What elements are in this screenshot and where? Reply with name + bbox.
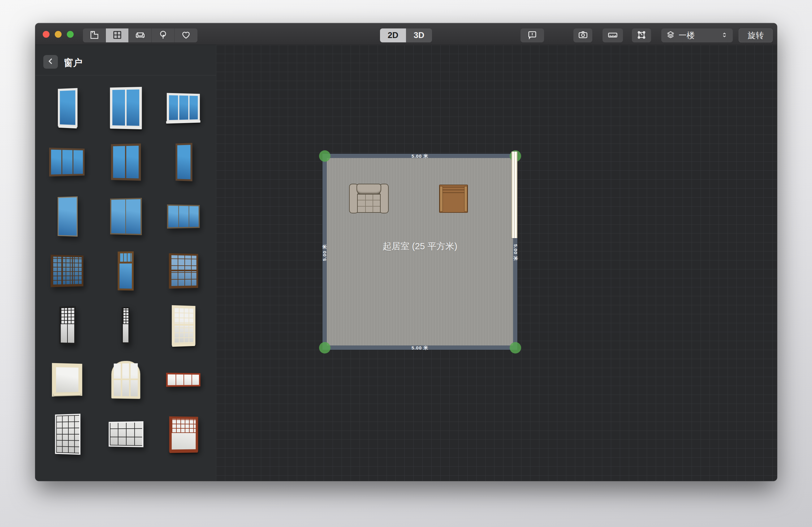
window-glass (112, 89, 139, 126)
floor-selector-value: 一楼 (679, 30, 717, 41)
sidebar-header: 窗户 (35, 45, 216, 75)
window-thumbnail-white-double-casement[interactable] (97, 80, 155, 135)
window-thumbnail-triple-slider[interactable] (155, 189, 213, 244)
window-glass (174, 307, 193, 343)
glass-pane (112, 90, 125, 125)
tree-icon (158, 29, 169, 42)
layers-icon (666, 30, 676, 41)
window-sill (110, 126, 142, 129)
glass-pane (113, 146, 125, 178)
muntin-overlay (172, 419, 196, 433)
window-3d-preview (169, 416, 198, 452)
muntin-overlay (171, 255, 197, 287)
window-glass (110, 422, 142, 446)
window-glass (172, 419, 196, 450)
window-glass (177, 145, 191, 179)
corner-handle-top-left[interactable] (319, 150, 331, 162)
window-thumbnail-walnut-single-casement[interactable] (155, 135, 213, 189)
window-thumbnail-double-slider[interactable] (97, 189, 155, 244)
window-thumbnail-white-single-casement[interactable] (38, 80, 97, 135)
view-3d-button[interactable]: 3D (406, 28, 432, 42)
muntin-overlay (110, 422, 142, 446)
window-thumbnail-fixed-picture-pane[interactable] (38, 189, 97, 244)
muntin-overlay (119, 253, 132, 289)
zoom-button[interactable] (67, 31, 74, 38)
camera-icon (577, 29, 589, 42)
window-3d-preview (49, 148, 85, 176)
window-thumbnail-walnut-double-casement[interactable] (97, 135, 155, 189)
plan-canvas[interactable]: 5.00 米 5.00 米 5.00 米 5.00 米 起居室 (25 平方米) (216, 45, 777, 481)
glass-pane (126, 146, 139, 178)
brown-chair-furniture[interactable] (439, 185, 468, 213)
muntin-overlay (123, 308, 128, 324)
transform-icon (636, 29, 647, 42)
placed-wall-window[interactable] (511, 152, 518, 238)
chevron-left-icon (46, 57, 55, 67)
window-thumbnail-red-clerestory-quad[interactable] (155, 352, 213, 407)
window-thumbnail-walnut-transom[interactable] (97, 244, 155, 298)
corner-handle-bottom-right[interactable] (510, 342, 521, 353)
close-button[interactable] (43, 31, 49, 38)
window-3d-preview (58, 196, 78, 237)
glass-pane (179, 206, 188, 227)
window-3d-preview (110, 198, 142, 235)
window-sill (172, 344, 195, 347)
window-3d-preview (121, 307, 130, 344)
window-thumbnail-white-grid-wide[interactable] (97, 407, 155, 462)
sofa-icon (135, 29, 146, 42)
window-thumbnail-cream-arched-grid[interactable] (97, 352, 155, 407)
glass-pane (192, 375, 199, 385)
window-3d-preview (167, 205, 200, 228)
floor-selector[interactable]: 一楼 (661, 28, 733, 42)
view-toggle: 2D 3D (380, 28, 432, 42)
chair-arm-right (464, 186, 467, 212)
notes-button[interactable] (521, 28, 544, 42)
glass-pane (189, 206, 198, 227)
window-glass (56, 415, 79, 453)
window-thumbnail-cream-picture-window[interactable] (38, 352, 97, 407)
window-thumbnail-black-craftsman-double[interactable] (38, 298, 97, 352)
rotate-button[interactable]: 旋转 (739, 28, 773, 42)
minimize-button[interactable] (55, 31, 61, 38)
window-glass (123, 308, 128, 342)
tab-floor-plan[interactable] (83, 28, 106, 42)
glass-pane (60, 90, 75, 125)
window-glass (113, 146, 139, 178)
dimension-label-left: 5.00 米 (322, 229, 328, 276)
heart-icon (180, 29, 191, 42)
back-button[interactable] (43, 55, 58, 69)
tab-furniture[interactable] (129, 28, 151, 42)
tab-favorites[interactable] (175, 28, 198, 42)
window-thumbnail-walnut-double-hung[interactable] (155, 244, 213, 298)
window-thumbnail-walnut-grid-triple[interactable] (38, 244, 97, 298)
window-thumbnail-red-leaded-window[interactable] (155, 407, 213, 462)
corner-handle-bottom-left[interactable] (319, 342, 331, 353)
window-glass (169, 95, 198, 120)
window-glass (56, 367, 78, 392)
ruler-icon (607, 29, 618, 42)
window-glass (119, 253, 132, 289)
window-glass (112, 199, 141, 234)
window-glass (51, 150, 83, 175)
window-thumbnail-white-grid-tall[interactable] (38, 407, 97, 462)
snapshot-button[interactable] (574, 28, 592, 42)
measure-button[interactable] (603, 28, 623, 42)
transform-button[interactable] (632, 28, 651, 42)
muntin-overlay (56, 415, 79, 453)
window-glass (60, 90, 75, 125)
view-2d-button[interactable]: 2D (380, 28, 406, 42)
glass-pane (168, 206, 178, 227)
window-sill (54, 393, 80, 396)
tab-outdoor[interactable] (151, 28, 175, 42)
armchair-furniture[interactable] (349, 184, 389, 213)
window-glass (58, 197, 77, 236)
window-3d-preview (110, 87, 142, 129)
floor-plan-icon (89, 29, 100, 42)
window-thumbnail-white-triple-casement[interactable] (155, 80, 213, 135)
window-thumbnail-walnut-triple-casement[interactable] (38, 135, 97, 189)
window-3d-preview (118, 252, 134, 291)
glass-pane (176, 375, 184, 385)
tab-windows[interactable] (106, 28, 129, 42)
window-thumbnail-black-craftsman-single[interactable] (97, 298, 155, 352)
window-thumbnail-cream-double-hung-grid[interactable] (155, 298, 213, 352)
